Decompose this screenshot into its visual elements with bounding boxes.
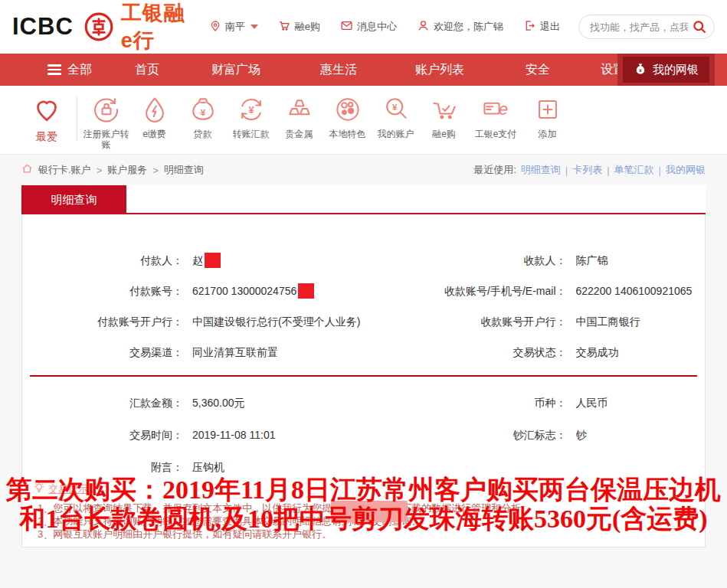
favorites-label: 最爱 [18, 130, 75, 144]
recent-link-card-list[interactable]: 卡列表 [572, 163, 602, 177]
search-icon[interactable] [692, 19, 707, 38]
nav-all-menu[interactable]: 全部 [47, 62, 92, 78]
quick-item-icbc-epay[interactable]: e 工银e支付 [468, 94, 523, 139]
field-label: 交易状态： [364, 345, 567, 360]
svg-text:¥: ¥ [248, 104, 254, 116]
field-label: 付款账号开户行： [22, 314, 183, 329]
recently-used-label: 最近使用: [473, 163, 516, 177]
card-epay-icon: e [480, 116, 511, 127]
svg-text:¥: ¥ [200, 107, 205, 118]
eshop-label: 融e购 [295, 20, 320, 34]
welcome-label: 欢迎您，陈广锦 [434, 20, 503, 34]
top-header: ICBC 工银融e行 南平 融e购 消息中心 [0, 0, 727, 54]
breadcrumb: 银行卡.账户 > 账户服务 > 明细查询 [21, 163, 204, 177]
field-label: 汇款金额： [22, 395, 183, 410]
logout-icon [523, 19, 536, 34]
detail-row-time: 交易时间： 2019-11-08 11:01 钞汇标志： 钞 [22, 427, 705, 443]
quick-access-bar: 最爱 注册账户转账 e缴费 ¥ 贷款 [0, 86, 727, 155]
nav-item-security[interactable]: 安全 [526, 62, 550, 78]
hamburger-icon [47, 64, 61, 75]
tab-detail-query[interactable]: 明细查询 [21, 185, 126, 213]
field-value: 人民币 [576, 395, 608, 410]
breadcrumb-row: 银行卡.账户 > 账户服务 > 明细查询 最近使用: 明细查询 | 卡列表 | … [0, 155, 727, 185]
field-label: 交易渠道： [22, 345, 183, 360]
field-value: 交易成功 [576, 345, 619, 360]
money-bag-icon: ¥ [634, 62, 647, 78]
quick-item-my-account[interactable]: ¥ 我的账户 [372, 94, 420, 139]
nav-item-home[interactable]: 首页 [135, 62, 159, 78]
money-pouch-icon: ¥ [188, 116, 218, 127]
field-value: 钞 [576, 427, 587, 443]
field-value: 中国建设银行总行(不受理个人业务) [192, 314, 360, 329]
quick-item-epay-fees[interactable]: e缴费 [130, 94, 178, 139]
field-label: 币种： [364, 395, 567, 410]
field-value: 压钩机 [192, 459, 224, 475]
main-navbar: 全部 首页 财富广场 惠生活 账户列表 安全 设置 ¥ 我的网银 [0, 54, 727, 86]
field-value: 5,360.00元 [192, 395, 245, 410]
refresh-lock-icon [91, 116, 122, 127]
redaction-box [205, 253, 221, 268]
redaction-box [298, 283, 314, 299]
svg-text:¥: ¥ [391, 102, 397, 113]
quick-item-precious-metals[interactable]: 贵金属 [275, 94, 323, 139]
drop-lightning-icon [139, 116, 170, 127]
city-selector[interactable]: 南平 [209, 20, 258, 34]
logout-button[interactable]: 退出 [523, 19, 560, 34]
quick-item-transfer-remit[interactable]: ¥ 转账汇款 [227, 94, 275, 139]
breadcrumb-item[interactable]: 账户服务 [107, 163, 147, 177]
favorites-item[interactable]: 最爱 [18, 94, 75, 144]
recent-link-single-remit[interactable]: 单笔汇款 [614, 163, 654, 177]
recent-link-detail-query[interactable]: 明细查询 [521, 163, 561, 177]
nav-item-wealth[interactable]: 财富广场 [211, 62, 260, 78]
field-value: 622200 1406100921065 [576, 283, 693, 299]
local-feature-icon [332, 116, 363, 127]
field-label: 交易时间： [22, 427, 183, 443]
cart-icon [278, 19, 291, 34]
brand-title: 工银融e行 [121, 0, 189, 54]
heart-icon [31, 114, 62, 127]
add-icon [532, 116, 563, 127]
detail-row-payer: 付款人： 赵 收款人： 陈广锦 [22, 253, 705, 268]
field-label: 附言： [22, 459, 183, 475]
field-value: 2019-11-08 11:01 [192, 427, 275, 443]
section-divider [30, 375, 697, 377]
svg-text:e: e [499, 100, 508, 119]
home-icon[interactable] [21, 163, 33, 177]
transfer-yuan-icon: ¥ [236, 116, 267, 127]
quick-item-eshop[interactable]: 融e购 [420, 94, 468, 139]
city-label: 南平 [225, 20, 245, 34]
annotation-line-2: 和1台长款卷圆机,及10把中号剪刀发珠海转账5360元(含运费) [0, 505, 727, 534]
location-pin-icon [209, 20, 221, 34]
my-ebank-tab[interactable]: ¥ 我的网银 [617, 54, 715, 86]
quick-item-local-features[interactable]: 本地特色 [323, 94, 372, 139]
field-label: 收款账号/手机号/E-mail： [364, 283, 567, 299]
field-label: 收款人： [364, 253, 567, 268]
detail-row-memo: 附言： 压钩机 [22, 459, 705, 475]
recent-link-my-ebank[interactable]: 我的网银 [666, 163, 706, 177]
field-value: 陈广锦 [576, 253, 608, 268]
field-value: 621700 13000024756 [192, 283, 296, 299]
gold-bars-icon [284, 116, 315, 127]
icbc-emblem-icon [83, 11, 115, 43]
field-label: 付款账号： [22, 283, 183, 299]
detail-row-channel: 交易渠道： 同业清算互联前置 交易状态： 交易成功 [22, 345, 705, 360]
field-value: 中国工商银行 [576, 314, 640, 329]
logout-label: 退出 [540, 20, 560, 34]
tab-row: 明细查询 [21, 185, 706, 214]
search-box [578, 15, 715, 39]
icbc-logo: ICBC [12, 13, 74, 41]
quick-item-loans[interactable]: ¥ 贷款 [178, 94, 227, 139]
eshop-link[interactable]: 融e购 [278, 19, 320, 34]
message-center-label: 消息中心 [357, 20, 397, 34]
breadcrumb-item[interactable]: 银行卡.账户 [38, 163, 91, 177]
recently-used: 最近使用: 明细查询 | 卡列表 | 单笔汇款 | 我的网银 [473, 163, 706, 177]
nav-item-accounts[interactable]: 账户列表 [415, 62, 464, 78]
welcome-user[interactable]: 欢迎您，陈广锦 [417, 19, 503, 34]
nav-item-life[interactable]: 惠生活 [320, 62, 357, 78]
red-annotation-overlay: 第二次购买：2019年11月8日江苏常州客户购买两台保温压边机 和1台长款卷圆机… [0, 475, 727, 534]
breadcrumb-item[interactable]: 明细查询 [164, 163, 204, 177]
quick-item-add[interactable]: 添加 [523, 94, 571, 139]
nav-all-label: 全部 [67, 62, 92, 78]
message-center-link[interactable]: 消息中心 [340, 19, 397, 34]
quick-item-register-transfer[interactable]: 注册账户转账 [82, 94, 130, 150]
